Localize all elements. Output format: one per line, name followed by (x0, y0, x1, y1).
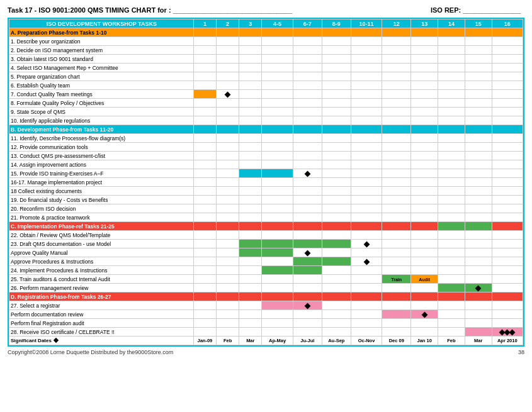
gantt-cell (382, 81, 411, 90)
gantt-cell (239, 116, 262, 125)
gantt-cell (322, 222, 351, 231)
gantt-cell (322, 143, 351, 152)
gantt-cell (411, 222, 438, 231)
gantt-cell (262, 160, 293, 169)
table-row: 16-17. Manage implementation project (9, 178, 523, 187)
gantt-cell (438, 55, 465, 64)
gantt-cell (293, 28, 322, 37)
gantt-cell (217, 319, 239, 328)
gantt-cell (382, 310, 411, 319)
gantt-cell (293, 72, 322, 81)
gantt-cell (382, 301, 411, 310)
gantt-cell (492, 81, 523, 90)
gantt-cell (262, 266, 293, 275)
table-row: 7. Conduct Quality Team meetings (9, 90, 523, 99)
gantt-cell (438, 125, 465, 134)
gantt-cell (492, 319, 523, 328)
gantt-cell (382, 187, 411, 196)
gantt-cell (351, 284, 382, 292)
gantt-cell (465, 28, 492, 37)
table-header-row: ISO DEVELOPMENT WORKSHOP TASKS 1 2 3 4-5… (9, 19, 523, 28)
sig-date-10: Feb (438, 337, 465, 345)
table-row: A. Preparation Phase-from Tasks 1-10 (9, 28, 523, 37)
gantt-cell (322, 28, 351, 37)
task-label: 18 Collect existing documents (9, 187, 194, 196)
sig-date-5: Ju-Jul (293, 337, 322, 345)
gantt-cell (262, 99, 293, 108)
gantt-cell (239, 328, 262, 337)
gantt-cell (322, 231, 351, 240)
gantt-cell (465, 310, 492, 319)
gantt-cell (438, 143, 465, 152)
gantt-cell (411, 46, 438, 55)
gantt-cell (262, 231, 293, 240)
gantt-cell (193, 37, 216, 46)
gantt-cell (465, 46, 492, 55)
task-label: Perform documentation review (9, 310, 194, 319)
gantt-cell (465, 319, 492, 328)
gantt-cell (262, 328, 293, 337)
gantt-cell (217, 152, 239, 160)
gantt-cell (193, 169, 216, 178)
gantt-cell (382, 240, 411, 248)
gantt-cell (351, 72, 382, 81)
gantt-cell (492, 284, 523, 292)
task-label: 25. Train auditors & conduct Internal Au… (9, 275, 194, 284)
gantt-cell (217, 284, 239, 292)
gantt-cell (438, 328, 465, 337)
gantt-cell (193, 46, 216, 55)
gantt-cell (293, 125, 322, 134)
gantt-cell (492, 187, 523, 196)
gantt-cell (382, 125, 411, 134)
gantt-cell (465, 213, 492, 222)
gantt-cell (465, 292, 492, 301)
gantt-cell (492, 240, 523, 248)
gantt-cell (492, 178, 523, 187)
gantt-cell (262, 125, 293, 134)
gantt-cell (465, 275, 492, 284)
task-label: 14. Assign improvement actions (9, 160, 194, 169)
col-header-14: 14 (438, 19, 465, 28)
task-label: 11. Identify, Describe Processes-flow di… (9, 134, 194, 143)
gantt-cell (351, 248, 382, 257)
gantt-cell (465, 37, 492, 46)
table-row: 22. Obtain / Review QMS Model/Template (9, 231, 523, 240)
task-label: 19. Do financial study - Costs vs Benefi… (9, 196, 194, 204)
task-label: 6. Establish Quality team (9, 81, 194, 90)
task-label: 2. Decide on ISO management system (9, 46, 194, 55)
gantt-cell (262, 213, 293, 222)
table-row: 23. Draft QMS documentation - use Model (9, 240, 523, 248)
gantt-cell (193, 284, 216, 292)
gantt-cell (293, 301, 322, 310)
gantt-cell (351, 116, 382, 125)
gantt-cell (411, 64, 438, 72)
table-row: Approve Procedures & Instructions (9, 257, 523, 266)
table-row: 28. Receive ISO certificate / CELEBRATE … (9, 328, 523, 337)
gantt-cell (262, 64, 293, 72)
gantt-cell (492, 37, 523, 46)
gantt-cell (492, 292, 523, 301)
gantt-cell (217, 266, 239, 275)
gantt-cell (351, 222, 382, 231)
gantt-cell (322, 160, 351, 169)
gantt-cell (351, 292, 382, 301)
gantt-cell (193, 204, 216, 213)
gantt-cell (239, 196, 262, 204)
gantt-cell (217, 81, 239, 90)
gantt-cell (492, 248, 523, 257)
gantt-cell (438, 28, 465, 37)
gantt-cell (193, 72, 216, 81)
gantt-cell (492, 169, 523, 178)
gantt-cell (351, 81, 382, 90)
gantt-cell (239, 301, 262, 310)
gantt-cell (193, 319, 216, 328)
gantt-cell (239, 90, 262, 99)
gantt-cell (293, 46, 322, 55)
gantt-cell (351, 46, 382, 55)
gantt-cell (239, 248, 262, 257)
gantt-cell (293, 240, 322, 248)
gantt-cell (262, 143, 293, 152)
gantt-cell (293, 284, 322, 292)
gantt-cell (382, 204, 411, 213)
gantt-cell (351, 213, 382, 222)
